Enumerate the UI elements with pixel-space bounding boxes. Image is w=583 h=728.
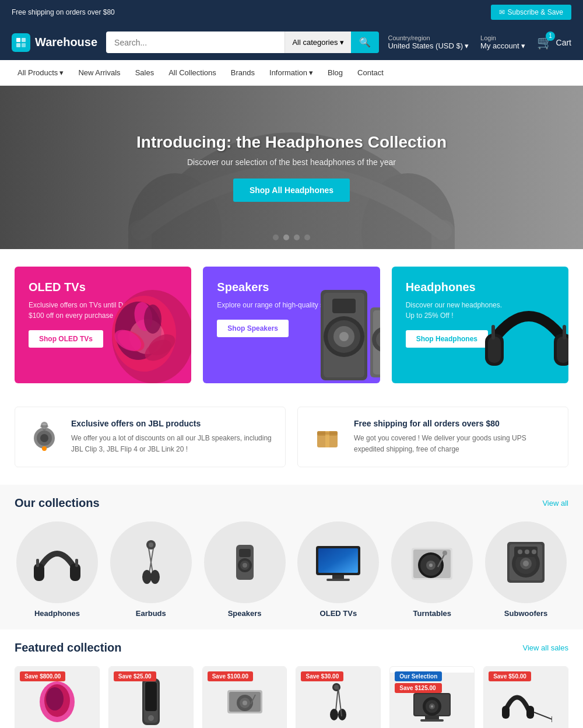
svg-point-74 — [429, 564, 433, 567]
product-card-5[interactable]: Our Selection Save $125.00 — [389, 666, 475, 728]
svg-rect-51 — [36, 559, 39, 567]
featured-view-all[interactable]: View all sales — [522, 643, 568, 652]
feature-card-shipping: Free shipping for all orders overs $80 W… — [297, 407, 568, 467]
svg-point-44 — [42, 446, 47, 451]
feature-card-jbl: Exclusive offers on JBL products We offe… — [15, 407, 286, 467]
nav-blog[interactable]: Blog — [322, 60, 349, 85]
svg-rect-113 — [420, 719, 444, 722]
nav-all-collections[interactable]: All Collections — [163, 60, 222, 85]
svg-point-57 — [142, 570, 152, 584]
svg-rect-50 — [70, 564, 80, 581]
svg-point-84 — [518, 550, 522, 554]
svg-rect-68 — [326, 579, 350, 581]
cart-badge: 1 — [546, 32, 555, 41]
nav-information[interactable]: Information ▾ — [264, 60, 319, 85]
collection-turntable-label: Turntables — [413, 609, 451, 618]
email-icon: ✉ — [499, 8, 505, 16]
collection-headphones[interactable]: Headphones — [15, 522, 100, 618]
nav-sales[interactable]: Sales — [129, 60, 160, 85]
svg-rect-66 — [318, 548, 358, 573]
product-card-2[interactable]: Save $25.00 — [108, 666, 194, 728]
logo-icon — [12, 33, 30, 52]
collection-speakers[interactable]: Speakers — [202, 522, 287, 618]
svg-rect-43 — [40, 425, 48, 428]
svg-rect-3 — [22, 43, 26, 47]
svg-point-103 — [330, 709, 338, 720]
hero-subtitle: Discover our selection of the best headp… — [136, 158, 447, 167]
product-card-4[interactable]: Save $30.00 — [296, 666, 381, 728]
search-input[interactable] — [106, 32, 285, 53]
collections-title: Our collections — [15, 496, 100, 510]
logo-text: Warehouse — [35, 36, 97, 49]
feature-jbl-desc: We offer you a lot of discounts on all o… — [71, 433, 273, 455]
logo[interactable]: Warehouse — [12, 33, 97, 52]
svg-rect-49 — [34, 564, 44, 581]
country-selector[interactable]: Country/region United States (USD $) ▾ — [388, 34, 469, 50]
product-badge-2: Save $25.00 — [114, 671, 156, 681]
nav-contact[interactable]: Contact — [352, 60, 389, 85]
svg-rect-63 — [239, 549, 251, 557]
product-badge-4: Save $30.00 — [301, 671, 343, 681]
product-card-6[interactable]: Save $50.00 — [483, 666, 568, 728]
speakers-promo-image — [286, 284, 380, 383]
product-card-1[interactable]: Save $800.00 — [15, 666, 100, 728]
collection-earbuds-image — [110, 522, 192, 603]
search-category-dropdown[interactable]: All categories ▾ — [285, 32, 351, 53]
account-menu[interactable]: Login My account ▾ — [480, 34, 525, 50]
svg-rect-1 — [22, 38, 26, 42]
cart-button[interactable]: 1 🛒 Cart — [537, 35, 571, 50]
feature-jbl-content: Exclusive offers on JBL products We offe… — [71, 419, 273, 455]
collection-headphones-image — [16, 522, 98, 603]
collection-oled-tvs[interactable]: OLED TVs — [296, 522, 381, 618]
feature-jbl-title: Exclusive offers on JBL products — [71, 419, 273, 428]
product-badge-3: Save $100.00 — [208, 671, 253, 681]
shipping-text: Free shipping on orders over $80 — [12, 8, 115, 16]
svg-rect-35 — [491, 325, 495, 340]
svg-rect-0 — [16, 38, 20, 42]
svg-rect-115 — [526, 706, 534, 719]
product-badge-5b: Save $125.00 — [395, 683, 442, 693]
hero-cta-button[interactable]: Shop All Headphones — [233, 178, 350, 202]
collection-tv-image — [297, 522, 379, 603]
svg-point-24 — [339, 332, 349, 341]
svg-rect-112 — [425, 716, 439, 719]
svg-rect-92 — [145, 682, 157, 711]
feature-shipping-title: Free shipping for all orders overs $80 — [354, 419, 556, 428]
nav-all-products[interactable]: All Products ▾ — [12, 60, 69, 85]
featured-title: Featured collection — [15, 641, 121, 654]
jbl-icon — [27, 419, 62, 454]
shop-oled-button[interactable]: Shop OLED TVs — [29, 330, 103, 348]
svg-rect-2 — [16, 43, 20, 47]
svg-point-39 — [40, 434, 48, 442]
promo-section: OLED TVs Exclusive offers on TVs until D… — [0, 249, 583, 401]
shop-speakers-button[interactable]: Shop Speakers — [217, 320, 289, 337]
svg-point-93 — [148, 715, 154, 721]
subscribe-button[interactable]: ✉ Subscribe & Save — [491, 5, 571, 20]
svg-point-104 — [338, 709, 346, 720]
svg-point-62 — [243, 563, 247, 568]
svg-point-56 — [149, 542, 153, 547]
feature-shipping-content: Free shipping for all orders overs $80 W… — [354, 419, 556, 455]
collection-subwoofer-image — [485, 522, 567, 603]
collection-subwoofers[interactable]: Subwoofers — [483, 522, 568, 618]
product-card-3[interactable]: Save $100.00 — [202, 666, 287, 728]
collection-speakers-image — [204, 522, 286, 603]
header: Warehouse All categories ▾ 🔍 Country/reg… — [0, 24, 583, 60]
svg-point-58 — [150, 570, 160, 584]
svg-rect-32 — [488, 337, 501, 363]
svg-rect-34 — [557, 337, 568, 363]
oled-promo-image — [94, 290, 192, 383]
nav-new-arrivals[interactable]: New Arrivals — [72, 60, 126, 85]
collections-view-all[interactable]: View all — [542, 499, 568, 508]
shop-headphones-button[interactable]: Shop Headphones — [406, 330, 488, 348]
promo-card-oled: OLED TVs Exclusive offers on TVs until D… — [15, 267, 191, 383]
collection-earbuds[interactable]: Earbuds — [108, 522, 194, 618]
hero-banner: Introducing: the Headphones Collection D… — [0, 86, 583, 249]
search-button[interactable]: 🔍 — [351, 32, 379, 53]
svg-rect-36 — [563, 325, 566, 340]
collection-turntables[interactable]: Turntables — [389, 522, 475, 618]
nav-brands[interactable]: Brands — [225, 60, 261, 85]
chevron-down-icon: ▾ — [465, 41, 469, 50]
product-badge-5a: Our Selection — [395, 671, 442, 681]
feature-shipping-desc: We got you covered ! We deliver your goo… — [354, 433, 556, 455]
